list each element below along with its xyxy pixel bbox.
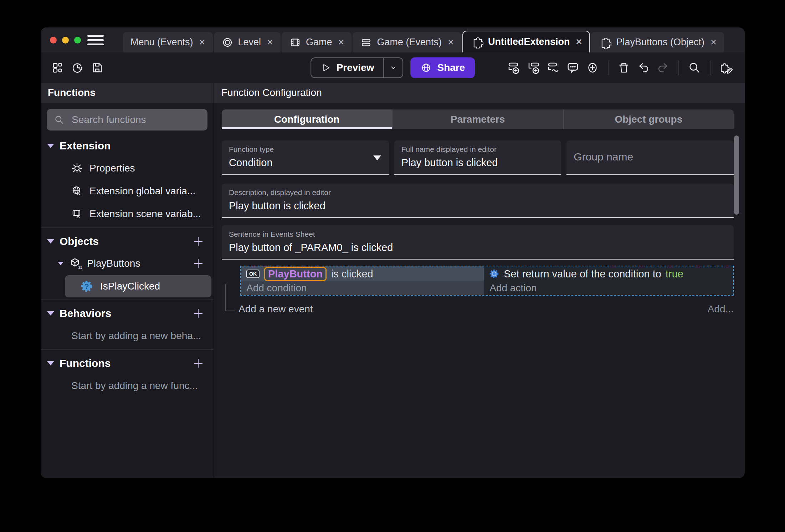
section-behaviors[interactable]: Behaviors bbox=[41, 302, 214, 324]
delete-button[interactable] bbox=[616, 60, 632, 76]
sidebar-divider bbox=[41, 227, 214, 228]
group-name-field[interactable]: Group name bbox=[566, 140, 734, 175]
add-event-icon bbox=[507, 61, 521, 75]
close-tab-icon[interactable]: × bbox=[338, 36, 344, 48]
add-condition-button[interactable]: Add condition bbox=[241, 281, 484, 295]
add-comment-button[interactable] bbox=[565, 60, 581, 76]
close-tab-icon[interactable]: × bbox=[267, 36, 273, 48]
main-title-label: Function Configuration bbox=[221, 87, 322, 98]
add-behavior-button[interactable] bbox=[192, 307, 204, 319]
section-label: Behaviors bbox=[60, 307, 111, 319]
function-type-select[interactable]: Function type Condition bbox=[222, 140, 389, 175]
save-icon bbox=[91, 61, 104, 75]
close-tab-icon[interactable]: × bbox=[199, 36, 205, 48]
add-subevent-button[interactable] bbox=[525, 60, 542, 76]
undo-button[interactable] bbox=[635, 60, 652, 76]
sidebar-item-global-variables[interactable]: Extension global varia... bbox=[41, 180, 214, 203]
tab-label: Game bbox=[306, 37, 332, 48]
object-thumbnail-icon: OK bbox=[246, 270, 260, 278]
tab-object-groups[interactable]: Object groups bbox=[563, 109, 734, 129]
editor-tabs: Menu (Events) × Level × Game × Game (Eve… bbox=[123, 27, 724, 52]
save-button[interactable] bbox=[89, 60, 106, 76]
sentence-field[interactable]: Sentence in Events Sheet Play button of … bbox=[222, 225, 734, 260]
edit-extension-button[interactable] bbox=[718, 60, 734, 76]
close-tab-icon[interactable]: × bbox=[448, 36, 454, 48]
redo-button[interactable] bbox=[655, 60, 671, 76]
gear-icon bbox=[71, 163, 83, 174]
sidebar-divider bbox=[41, 349, 214, 350]
preview-button[interactable]: Preview bbox=[311, 57, 404, 78]
chevron-down-icon bbox=[47, 361, 54, 365]
section-extension[interactable]: Extension bbox=[41, 135, 214, 157]
minimize-window-button[interactable] bbox=[62, 37, 69, 44]
tab-label: PlayButtons (Object) bbox=[616, 37, 704, 48]
search-functions-input[interactable] bbox=[72, 114, 200, 126]
behaviors-empty-hint[interactable]: Start by adding a new beha... bbox=[41, 324, 214, 347]
field-value: Play button is clicked bbox=[229, 200, 727, 212]
add-action-button[interactable]: Add action bbox=[484, 281, 733, 295]
cube-2d-icon: 2D bbox=[69, 257, 82, 270]
add-new-event-button[interactable]: Add a new event bbox=[238, 303, 313, 315]
empty-hint-label: Start by adding a new beha... bbox=[71, 330, 201, 342]
configuration-tabs: Configuration Parameters Object groups bbox=[222, 109, 734, 129]
add-subevent-icon bbox=[527, 61, 541, 75]
add-other-events-icon bbox=[546, 61, 560, 75]
tab-menu-events[interactable]: Menu (Events) × bbox=[123, 32, 213, 52]
tab-parameters[interactable]: Parameters bbox=[392, 109, 563, 129]
choose-event-button[interactable] bbox=[584, 60, 601, 76]
object-parameter-chip[interactable]: PlayButton bbox=[264, 267, 327, 281]
zoom-window-button[interactable] bbox=[74, 37, 81, 44]
functions-empty-hint[interactable]: Start by adding a new func... bbox=[41, 374, 214, 397]
tab-playbuttons-object[interactable]: PlayButtons (Object) × bbox=[591, 32, 724, 52]
sidebar-divider bbox=[41, 300, 214, 300]
tab-label: Configuration bbox=[274, 114, 340, 125]
sidebar-item-properties[interactable]: Properties bbox=[41, 157, 214, 180]
panels-layout-button[interactable] bbox=[49, 60, 66, 76]
tab-game[interactable]: Game × bbox=[282, 32, 352, 52]
edit-extension-icon bbox=[719, 61, 733, 75]
add-object-button[interactable] bbox=[192, 235, 204, 247]
add-object-function-button[interactable] bbox=[192, 257, 204, 270]
film-icon bbox=[289, 36, 301, 48]
plus-icon bbox=[193, 358, 204, 369]
plus-icon bbox=[193, 258, 204, 269]
share-button[interactable]: Share bbox=[411, 57, 475, 78]
action-instruction[interactable]: Set return value of the condition to tru… bbox=[484, 266, 733, 281]
add-event-button[interactable] bbox=[506, 60, 522, 76]
section-objects[interactable]: Objects bbox=[41, 230, 214, 252]
close-tab-icon[interactable]: × bbox=[576, 36, 582, 48]
svg-text:2D: 2D bbox=[78, 265, 82, 270]
close-tab-icon[interactable]: × bbox=[710, 36, 717, 48]
tab-label: Parameters bbox=[451, 114, 505, 125]
action-gear-icon bbox=[489, 268, 499, 279]
selected-event[interactable]: OK PlayButton is clicked Add condition bbox=[240, 266, 734, 296]
add-other-events-button[interactable] bbox=[545, 60, 561, 76]
window-controls bbox=[41, 27, 87, 52]
search-icon bbox=[688, 61, 701, 75]
menu-icon[interactable] bbox=[87, 27, 104, 52]
function-item-isplayclicked[interactable]: ? IsPlayClicked bbox=[65, 275, 211, 297]
main-panel-title: Function Configuration bbox=[214, 83, 745, 103]
tab-game-events[interactable]: Game (Events) × bbox=[353, 32, 461, 52]
condition-instruction[interactable]: OK PlayButton is clicked bbox=[241, 266, 484, 281]
tab-label: Menu (Events) bbox=[130, 37, 193, 48]
close-window-button[interactable] bbox=[50, 37, 57, 44]
section-functions[interactable]: Functions bbox=[41, 352, 214, 374]
add-more-button[interactable]: Add... bbox=[708, 303, 734, 315]
sidebar-item-scene-variables[interactable]: Extension scene variab... bbox=[41, 203, 214, 225]
plus-icon bbox=[193, 308, 204, 319]
tab-level[interactable]: Level × bbox=[214, 32, 281, 52]
description-field[interactable]: Description, displayed in editor Play bu… bbox=[222, 184, 734, 218]
preview-options-button[interactable] bbox=[384, 58, 403, 77]
search-functions-box[interactable] bbox=[47, 109, 207, 131]
full-name-field[interactable]: Full name displayed in editor Play butto… bbox=[394, 140, 561, 175]
tab-untitled-extension[interactable]: UntitledExtension × bbox=[462, 31, 590, 52]
tab-configuration[interactable]: Configuration bbox=[222, 109, 392, 129]
search-events-button[interactable] bbox=[686, 60, 703, 76]
section-label: Objects bbox=[60, 235, 99, 247]
main-toolbar: Preview Share bbox=[41, 52, 745, 83]
add-function-button[interactable] bbox=[192, 357, 204, 369]
object-group-playbuttons[interactable]: 2D PlayButtons bbox=[41, 252, 214, 275]
version-history-button[interactable] bbox=[69, 60, 86, 76]
vertical-scrollbar-thumb[interactable] bbox=[734, 135, 739, 215]
